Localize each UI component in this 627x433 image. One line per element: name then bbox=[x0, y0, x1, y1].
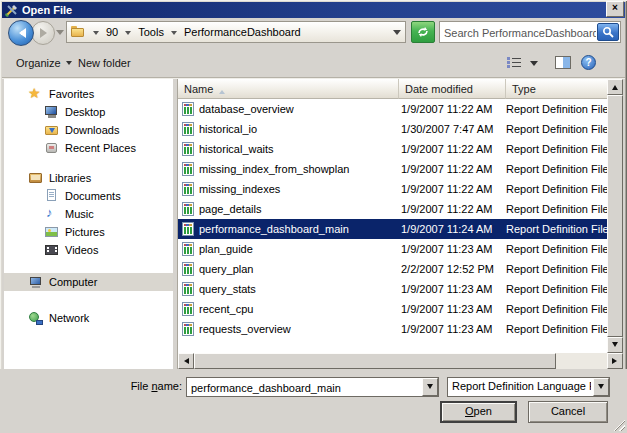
report-file-icon bbox=[182, 122, 194, 136]
videos-icon bbox=[44, 242, 60, 258]
file-row[interactable]: missing_index_from_showplan1/9/2007 11:2… bbox=[178, 159, 607, 179]
report-file-icon bbox=[182, 102, 194, 116]
search-button[interactable] bbox=[597, 23, 619, 41]
titlebar: Open File bbox=[2, 2, 625, 18]
sidebar-item-videos[interactable]: Videos bbox=[4, 241, 173, 259]
report-file-icon bbox=[182, 162, 194, 176]
forward-button[interactable] bbox=[31, 21, 55, 45]
file-row[interactable]: missing_indexes1/9/2007 11:22 AMReport D… bbox=[178, 179, 607, 199]
folder-icon bbox=[71, 26, 85, 38]
recent-places-icon bbox=[44, 140, 60, 156]
file-row[interactable]: plan_guide1/9/2007 11:23 AMReport Defini… bbox=[178, 239, 607, 259]
sidebar-item-pictures[interactable]: Pictures bbox=[4, 223, 173, 241]
search-box bbox=[439, 21, 621, 43]
views-icon[interactable] bbox=[507, 57, 522, 69]
file-row[interactable]: requests_overview1/9/2007 11:23 AMReport… bbox=[178, 319, 607, 339]
music-icon bbox=[44, 206, 60, 222]
computer-icon bbox=[28, 274, 44, 290]
breadcrumb-segment[interactable]: Tools bbox=[137, 26, 165, 38]
file-row-selected[interactable]: performance_dashboard_main1/9/2007 11:24… bbox=[178, 219, 607, 239]
scroll-left-button[interactable] bbox=[178, 353, 194, 369]
report-file-icon bbox=[182, 182, 194, 196]
sidebar-item-desktop[interactable]: Desktop bbox=[4, 103, 173, 121]
file-type-value: Report Definition Language File bbox=[452, 380, 591, 392]
app-icon bbox=[5, 4, 18, 17]
address-dropdown-icon[interactable] bbox=[393, 30, 401, 39]
report-file-icon bbox=[182, 322, 194, 336]
address-bar: 90 Tools PerformanceDashboard bbox=[2, 18, 625, 48]
chevron-down-icon bbox=[66, 61, 72, 68]
search-input[interactable] bbox=[442, 24, 598, 42]
column-headers: Name Date modified Type bbox=[178, 79, 607, 99]
breadcrumb[interactable]: 90 Tools PerformanceDashboard bbox=[66, 21, 406, 43]
cancel-button[interactable]: Cancel bbox=[528, 401, 608, 423]
sidebar-item-network[interactable]: Network bbox=[4, 309, 173, 327]
open-button[interactable]: Open bbox=[440, 401, 517, 423]
report-file-icon bbox=[182, 282, 194, 296]
network-icon bbox=[28, 310, 44, 326]
window-title: Open File bbox=[22, 4, 72, 16]
file-list: Name Date modified Type database_overvie… bbox=[177, 79, 623, 369]
back-button[interactable] bbox=[8, 20, 34, 46]
documents-icon bbox=[44, 188, 60, 204]
file-row[interactable]: historical_io1/30/2007 7:47 AMReport Def… bbox=[178, 119, 607, 139]
file-row[interactable]: query_stats1/9/2007 11:23 AMReport Defin… bbox=[178, 279, 607, 299]
file-type-select[interactable]: Report Definition Language File bbox=[447, 377, 610, 397]
breadcrumb-dropdown-icon[interactable] bbox=[125, 31, 131, 38]
navigation-pane: Favorites Desktop Downloads Recent Place… bbox=[4, 79, 173, 369]
close-button[interactable]: × bbox=[606, 1, 624, 17]
column-header-date-modified[interactable]: Date modified bbox=[399, 79, 506, 99]
breadcrumb-segment[interactable]: 90 bbox=[105, 26, 119, 38]
file-row[interactable]: recent_cpu1/9/2007 11:23 AMReport Defini… bbox=[178, 299, 607, 319]
resize-grip[interactable] bbox=[612, 418, 625, 431]
breadcrumb-dropdown-icon[interactable] bbox=[171, 31, 177, 38]
views-chevron-icon[interactable] bbox=[530, 61, 538, 70]
file-rows: database_overview1/9/2007 11:22 AMReport… bbox=[178, 99, 607, 353]
libraries-icon bbox=[28, 170, 44, 186]
sidebar-item-favorites[interactable]: Favorites bbox=[4, 85, 173, 103]
vertical-scrollbar-thumb[interactable] bbox=[607, 95, 623, 337]
sidebar-item-downloads[interactable]: Downloads bbox=[4, 121, 173, 139]
column-header-name[interactable]: Name bbox=[178, 79, 399, 99]
recent-pages-chevron-icon[interactable] bbox=[56, 30, 64, 39]
new-folder-button[interactable]: New folder bbox=[72, 54, 137, 73]
sidebar-item-libraries[interactable]: Libraries bbox=[4, 169, 173, 187]
pictures-icon bbox=[44, 224, 60, 240]
preview-pane-icon[interactable] bbox=[555, 56, 571, 69]
file-row[interactable]: query_plan2/2/2007 12:52 PMReport Defini… bbox=[178, 259, 607, 279]
desktop-icon bbox=[44, 104, 60, 120]
command-toolbar: Organize New folder ? bbox=[2, 48, 625, 78]
report-file-icon bbox=[182, 222, 194, 236]
column-header-type[interactable]: Type bbox=[506, 79, 607, 99]
downloads-icon bbox=[44, 122, 60, 138]
file-row[interactable]: historical_waits1/9/2007 11:22 AMReport … bbox=[178, 139, 607, 159]
file-name-combobox bbox=[186, 377, 439, 397]
refresh-button[interactable] bbox=[411, 21, 435, 43]
sidebar-item-documents[interactable]: Documents bbox=[4, 187, 173, 205]
horizontal-scrollbar bbox=[178, 353, 623, 369]
file-type-dropdown-button[interactable] bbox=[593, 378, 609, 396]
report-file-icon bbox=[182, 142, 194, 156]
report-file-icon bbox=[182, 302, 194, 316]
file-row[interactable]: page_details1/9/2007 11:22 AMReport Defi… bbox=[178, 199, 607, 219]
search-icon bbox=[602, 26, 614, 38]
sort-ascending-icon bbox=[219, 87, 225, 94]
refresh-icon bbox=[417, 26, 429, 38]
organize-button[interactable]: Organize bbox=[10, 54, 78, 73]
open-file-dialog: Open File × 90 Tools PerformanceDashboar… bbox=[0, 0, 627, 433]
breadcrumb-segment[interactable]: PerformanceDashboard bbox=[183, 26, 302, 38]
sidebar-item-computer[interactable]: Computer bbox=[4, 273, 173, 291]
scroll-right-button[interactable] bbox=[607, 353, 623, 369]
file-name-input[interactable] bbox=[188, 379, 421, 397]
star-icon bbox=[28, 86, 44, 102]
sidebar-item-music[interactable]: Music bbox=[4, 205, 173, 223]
breadcrumb-dropdown-icon[interactable] bbox=[93, 31, 99, 38]
scroll-up-button[interactable] bbox=[607, 79, 623, 95]
file-row[interactable]: database_overview1/9/2007 11:22 AMReport… bbox=[178, 99, 607, 119]
help-icon[interactable]: ? bbox=[581, 55, 596, 70]
file-name-dropdown-button[interactable] bbox=[422, 378, 438, 396]
vertical-scrollbar bbox=[607, 79, 623, 353]
horizontal-scrollbar-thumb[interactable] bbox=[194, 353, 556, 369]
scroll-down-button[interactable] bbox=[607, 337, 623, 353]
sidebar-item-recent-places[interactable]: Recent Places bbox=[4, 139, 173, 157]
